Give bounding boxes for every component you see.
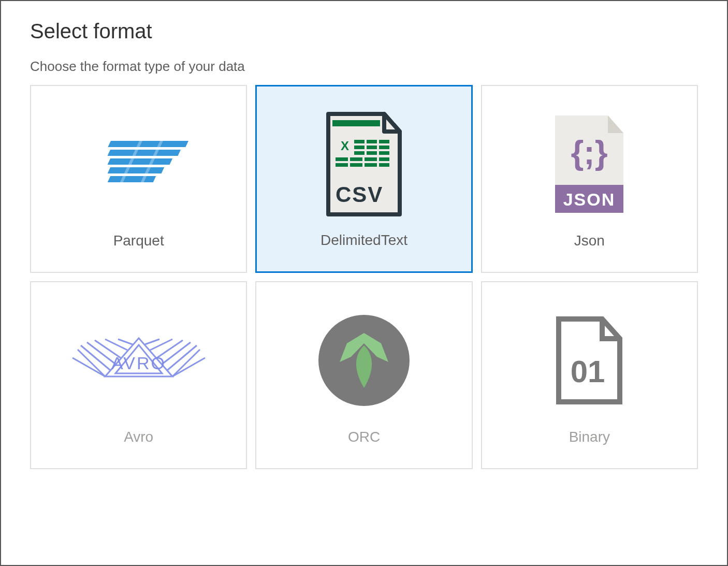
svg-rect-4 [107,176,156,182]
csv-file-icon: X CSV [267,102,460,226]
svg-rect-21 [379,157,389,161]
svg-rect-9 [354,140,365,143]
format-grid: Parquet X [30,85,698,469]
svg-rect-3 [107,167,164,173]
format-tile-parquet[interactable]: Parquet [30,85,247,273]
orc-icon [267,298,461,423]
page-title: Select format [30,20,698,43]
svg-rect-10 [367,140,377,143]
svg-rect-20 [365,157,377,161]
svg-rect-11 [379,140,389,143]
svg-rect-0 [108,141,188,147]
parquet-icon [41,101,236,226]
svg-rect-12 [354,146,365,149]
format-tile-delimitedtext[interactable]: X CSV DelimitedText [255,85,472,273]
svg-rect-13 [367,146,377,149]
svg-rect-14 [379,146,389,149]
svg-rect-19 [350,157,362,161]
format-label: DelimitedText [321,232,407,249]
format-tile-avro[interactable]: AVRO Avro [30,281,247,469]
svg-rect-7 [332,120,380,126]
avro-icon: AVRO [41,298,236,423]
svg-rect-1 [107,150,181,156]
svg-rect-23 [350,163,362,167]
format-selection-panel: Select format Choose the format type of … [0,0,728,566]
svg-rect-24 [365,163,377,167]
svg-text:01: 01 [571,354,605,389]
svg-text:CSV: CSV [336,182,383,207]
format-tile-json[interactable]: JSON {;} Json [481,85,698,273]
svg-rect-18 [336,157,348,161]
svg-text:{;}: {;} [571,134,608,171]
svg-rect-16 [367,151,377,155]
page-subtitle: Choose the format type of your data [30,59,698,75]
svg-text:JSON: JSON [563,190,616,209]
format-label: Avro [124,429,153,445]
format-tile-orc[interactable]: ORC [255,281,472,469]
svg-rect-25 [379,163,389,167]
json-file-icon: JSON {;} [492,101,687,226]
format-label: Json [574,233,605,249]
svg-text:X: X [341,139,349,153]
svg-rect-2 [107,158,172,165]
svg-rect-17 [379,151,389,155]
binary-file-icon: 01 [492,298,687,423]
format-label: ORC [348,429,380,445]
format-tile-binary[interactable]: 01 Binary [481,281,698,469]
svg-rect-15 [354,151,365,155]
svg-text:AVRO: AVRO [111,353,166,373]
format-label: Binary [569,429,610,445]
format-label: Parquet [113,233,164,249]
svg-rect-22 [336,163,348,167]
